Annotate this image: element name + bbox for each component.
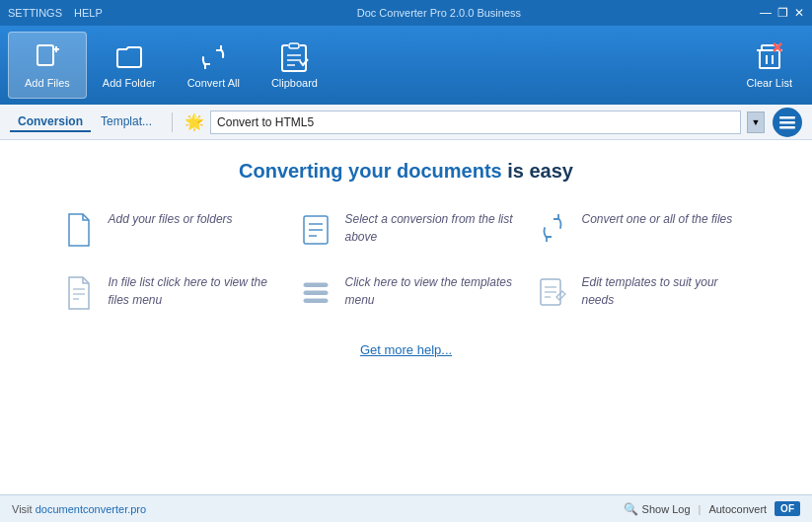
autoconvert-toggle[interactable]: OF <box>775 501 800 516</box>
feature-edit-templates-text: Edit templates to suit your needs <box>582 273 752 309</box>
edit-templates-icon <box>535 273 570 313</box>
edit-icon <box>537 275 568 311</box>
feature-file-menu-text: In file list click here to view the file… <box>109 273 278 309</box>
clear-list-label: Clear List <box>747 77 792 89</box>
file-menu-icon <box>61 273 97 313</box>
feature-convert: Convert one or all of the files <box>535 210 752 250</box>
status-visit-text: Visit documentconverter.pro <box>12 503 146 515</box>
select-conversion-icon <box>298 210 333 250</box>
svg-rect-16 <box>779 126 795 129</box>
tab-conversion[interactable]: Conversion <box>10 112 91 132</box>
clear-list-button[interactable]: Clear List <box>735 32 804 99</box>
svg-rect-0 <box>37 45 53 65</box>
add-files-icon <box>32 41 63 73</box>
features-grid: Add your files or folders Select a conve… <box>61 210 752 336</box>
hamburger-icon <box>779 114 795 130</box>
status-divider: | <box>699 503 701 515</box>
status-right: 🔍 Show Log | Autoconvert OF <box>624 501 800 516</box>
main-title-suffix: is easy <box>502 160 573 182</box>
templates-menu-icon <box>298 273 333 313</box>
add-folder-label: Add Folder <box>103 77 156 89</box>
window-controls: — ❐ ✕ <box>760 6 804 20</box>
convert-all-icon <box>197 41 229 73</box>
help-link[interactable]: HELP <box>74 7 103 19</box>
svg-rect-26 <box>304 299 328 303</box>
feature-select-conversion-text: Select a conversion from the list above <box>345 210 515 246</box>
hamburger-feature-icon <box>300 275 332 311</box>
settings-help-area: SETTINGS HELP <box>8 7 103 19</box>
feature-add-files: Add your files or folders <box>61 210 278 250</box>
conversion-bar: Conversion Templat... 🌟 Convert to HTML5… <box>0 105 812 140</box>
svg-rect-25 <box>304 291 328 295</box>
tab-separator <box>172 112 173 132</box>
get-more-help-link[interactable]: Get more help... <box>360 342 452 357</box>
feature-convert-text: Convert one or all of the files <box>582 210 733 228</box>
main-content: Converting your documents is easy Add yo… <box>0 140 812 494</box>
autoconvert-label: Autoconvert <box>708 503 767 515</box>
svg-rect-8 <box>760 50 779 68</box>
show-log-wrap: 🔍 Show Log <box>624 502 691 516</box>
visit-prefix: Visit <box>12 503 36 515</box>
hamburger-menu-button[interactable] <box>773 108 802 137</box>
clear-list-icon <box>754 41 785 73</box>
conversion-select-value: Convert to HTML5 <box>217 115 734 129</box>
tab-templates[interactable]: Templat... <box>93 112 160 132</box>
feature-file-menu: In file list click here to view the file… <box>61 273 278 313</box>
conversion-type-icon: 🌟 <box>185 112 204 131</box>
settings-link[interactable]: SETTINGS <box>8 7 62 19</box>
feature-edit-templates: Edit templates to suit your needs <box>535 273 752 313</box>
svg-rect-15 <box>779 121 795 124</box>
search-icon: 🔍 <box>624 502 638 516</box>
feature-templates-menu-text: Click here to view the templates menu <box>345 273 515 309</box>
conv-tabs: Conversion Templat... <box>10 112 160 132</box>
add-folder-icon <box>113 41 145 73</box>
add-files-feature-icon <box>61 210 97 250</box>
convert-all-button[interactable]: Convert All <box>172 32 256 99</box>
add-files-button[interactable]: Add Files <box>8 32 87 99</box>
clipboard-button[interactable]: Clipboard <box>256 32 333 99</box>
restore-button[interactable]: ❐ <box>777 6 788 20</box>
main-title-highlight: Converting your documents <box>239 160 502 182</box>
add-files-label: Add Files <box>25 77 70 89</box>
minimize-button[interactable]: — <box>760 6 772 20</box>
svg-rect-3 <box>289 43 299 48</box>
clipboard-icon <box>278 41 310 73</box>
clipboard-label: Clipboard <box>271 77 318 89</box>
refresh-icon <box>537 212 568 248</box>
feature-add-files-text: Add your files or folders <box>109 210 233 228</box>
file-menu-doc-icon <box>63 275 95 311</box>
conversion-dropdown-arrow[interactable]: ▼ <box>747 112 765 133</box>
main-title: Converting your documents is easy <box>239 160 573 183</box>
conversion-select[interactable]: Convert to HTML5 <box>210 111 741 134</box>
convert-all-label: Convert All <box>187 77 240 89</box>
svg-rect-14 <box>779 116 795 119</box>
close-button[interactable]: ✕ <box>794 6 804 20</box>
feature-templates-menu: Click here to view the templates menu <box>298 273 515 313</box>
conversion-dropdown-wrap: 🌟 Convert to HTML5 ▼ <box>185 111 765 134</box>
visit-link[interactable]: documentconverter.pro <box>36 503 147 515</box>
toolbar: Add Files Add Folder Convert All Clipboa… <box>0 26 812 105</box>
show-log-label[interactable]: Show Log <box>642 503 691 515</box>
convert-feature-icon <box>535 210 570 250</box>
document-icon <box>63 212 95 248</box>
add-folder-button[interactable]: Add Folder <box>87 32 172 99</box>
feature-select-conversion: Select a conversion from the list above <box>298 210 515 250</box>
title-bar: SETTINGS HELP Doc Converter Pro 2.0.0 Bu… <box>0 0 812 26</box>
status-bar: Visit documentconverter.pro 🔍 Show Log |… <box>0 494 812 522</box>
svg-rect-24 <box>304 283 328 287</box>
app-title: Doc Converter Pro 2.0.0 Business <box>118 7 760 19</box>
list-icon <box>300 212 332 248</box>
